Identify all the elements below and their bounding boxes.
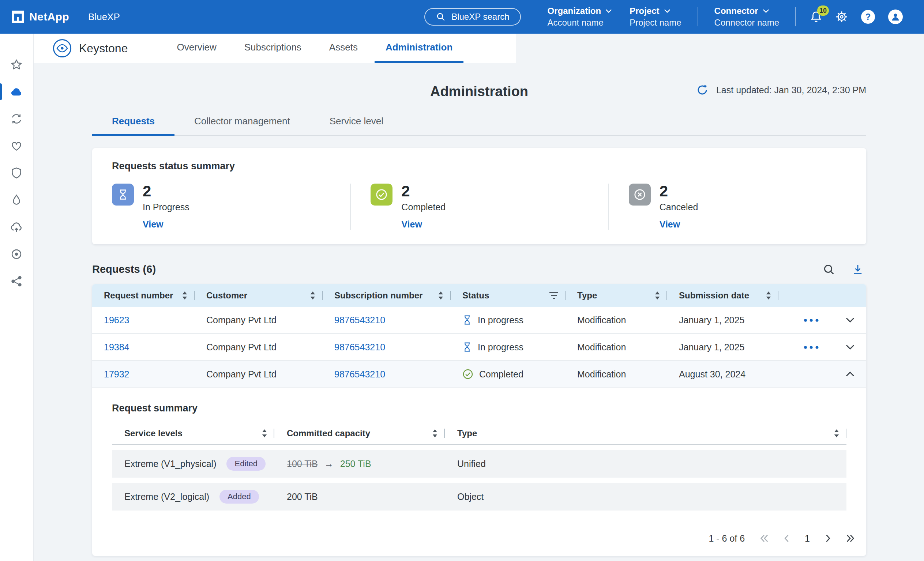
refresh-button[interactable]	[696, 84, 708, 96]
bluexp-search-button[interactable]: BlueXP search	[424, 8, 521, 26]
account-button[interactable]	[888, 9, 903, 24]
notification-badge: 10	[817, 6, 829, 16]
last-updated-group: Last updated: Jan 30, 2024, 2:30 PM	[696, 84, 866, 96]
governance-drop-icon	[10, 194, 22, 206]
organization-menu[interactable]: Organization Account name	[547, 6, 612, 28]
column-header-customer[interactable]: Customer	[195, 284, 322, 307]
date-cell: August 30, 2024	[667, 361, 778, 387]
tab-administration[interactable]: Administration	[375, 34, 464, 63]
request-number-link[interactable]: 19623	[104, 315, 129, 326]
view-canceled-link[interactable]: View	[660, 219, 698, 230]
sidebar-item-mobility[interactable]	[0, 214, 33, 241]
tab-collector-management[interactable]: Collector management	[174, 116, 310, 136]
project-menu[interactable]: Project Project name	[630, 6, 681, 28]
admin-tabs: Requests Collector management Service le…	[92, 116, 866, 136]
row-expand-button[interactable]	[844, 343, 856, 351]
sidebar-item-canvas[interactable]	[0, 78, 33, 105]
tab-overview[interactable]: Overview	[166, 34, 227, 63]
column-label: Committed capacity	[287, 428, 370, 438]
stat-count: 2	[142, 184, 189, 199]
capacity-cell: 200 TiB	[274, 492, 445, 502]
actions-cell: ●●●	[778, 307, 866, 333]
column-header-subscription-number[interactable]: Subscription number	[322, 284, 451, 307]
connector-menu[interactable]: Connector Connector name	[714, 6, 779, 28]
column-header-request-number[interactable]: Request number	[92, 284, 195, 307]
favorites-star-icon	[10, 58, 22, 71]
header-divider	[698, 8, 698, 26]
notifications-button[interactable]: 10	[810, 10, 822, 23]
subscription-cell: 9876543210	[322, 334, 451, 360]
subscription-number-link[interactable]: 9876543210	[334, 342, 385, 352]
actions-cell: ●●●	[778, 334, 866, 360]
sort-icon[interactable]	[262, 429, 267, 437]
view-completed-link[interactable]: View	[401, 219, 446, 230]
product-name: Keystone	[79, 42, 128, 55]
column-header-committed-capacity[interactable]: Committed capacity	[274, 423, 445, 444]
tab-requests[interactable]: Requests	[92, 116, 174, 136]
chevron-down-icon	[846, 317, 855, 323]
table-search-button[interactable]	[823, 264, 835, 275]
summary-stats: 2 In Progress View 2 Completed View	[92, 184, 866, 230]
sidebar-item-health[interactable]	[0, 132, 33, 159]
stat-canceled: 2 Canceled View	[608, 184, 866, 230]
column-header-type[interactable]: Type	[566, 284, 667, 307]
subscription-number-link[interactable]: 9876543210	[334, 369, 385, 380]
settings-button[interactable]	[836, 10, 848, 23]
column-header-type[interactable]: Type	[445, 423, 846, 444]
sort-icon[interactable]	[655, 291, 660, 300]
sort-icon[interactable]	[310, 291, 315, 300]
date-cell: January 1, 2025	[667, 307, 778, 333]
organization-label: Organization	[547, 6, 601, 16]
arrow-right-icon: →	[324, 459, 334, 469]
column-header-status[interactable]: Status	[451, 284, 566, 307]
pagination-last-button[interactable]	[846, 534, 855, 542]
view-in-progress-link[interactable]: View	[142, 219, 189, 230]
row-collapse-button[interactable]	[844, 370, 856, 378]
sidebar-item-governance[interactable]	[0, 186, 33, 214]
new-capacity: 250 TiB	[340, 459, 371, 469]
filter-icon[interactable]	[549, 292, 558, 299]
pagination-first-button[interactable]	[760, 534, 768, 542]
sidebar-item-extensions[interactable]	[0, 268, 33, 295]
row-menu-button[interactable]: ●●●	[802, 315, 822, 326]
sidebar-item-favorites[interactable]	[0, 51, 33, 78]
row-expand-button[interactable]	[844, 316, 856, 324]
pagination-current-page[interactable]: 1	[805, 533, 810, 544]
type-cell: Object	[445, 492, 846, 502]
tab-service-level[interactable]: Service level	[310, 116, 403, 136]
service-level-row: Extreme (V1_physical) Edited 100 TiB → 2…	[112, 450, 846, 478]
sidebar-item-protection[interactable]	[0, 159, 33, 186]
help-icon: ?	[861, 10, 875, 24]
column-header-service-levels[interactable]: Service levels	[112, 423, 274, 444]
tab-assets[interactable]: Assets	[318, 34, 369, 63]
sort-icon[interactable]	[766, 291, 771, 300]
sidebar-item-workloads[interactable]	[0, 105, 33, 132]
help-button[interactable]: ?	[861, 10, 875, 24]
pagination-prev-button[interactable]	[783, 534, 789, 542]
row-menu-button[interactable]: ●●●	[802, 342, 822, 352]
actions-cell	[778, 361, 866, 387]
request-number-cell: 17932	[92, 361, 195, 387]
sidebar-item-observability[interactable]	[0, 241, 33, 268]
customer-cell: Company Pvt Ltd	[195, 307, 322, 333]
request-number-link[interactable]: 19384	[104, 342, 129, 352]
subscription-number-link[interactable]: 9876543210	[334, 315, 385, 326]
connector-label: Connector	[714, 6, 758, 16]
sort-icon[interactable]	[834, 429, 839, 437]
tab-subscriptions[interactable]: Subscriptions	[233, 34, 312, 63]
sort-icon[interactable]	[438, 291, 443, 300]
sort-icon[interactable]	[432, 429, 438, 437]
column-header-submission-date[interactable]: Submission date	[667, 284, 778, 307]
sort-icon[interactable]	[182, 291, 187, 300]
check-circle-icon	[370, 184, 393, 206]
check-circle-icon	[462, 369, 473, 380]
column-label: Service levels	[124, 428, 183, 438]
subscription-cell: 9876543210	[322, 361, 451, 387]
netapp-logo[interactable]: NetApp	[12, 10, 69, 23]
column-label: Request number	[104, 290, 173, 301]
table-download-button[interactable]	[852, 264, 863, 275]
pagination-next-button[interactable]	[825, 534, 831, 542]
chevron-up-icon	[846, 371, 855, 377]
request-number-link[interactable]: 17932	[104, 369, 129, 380]
stat-label: Completed	[401, 202, 446, 213]
